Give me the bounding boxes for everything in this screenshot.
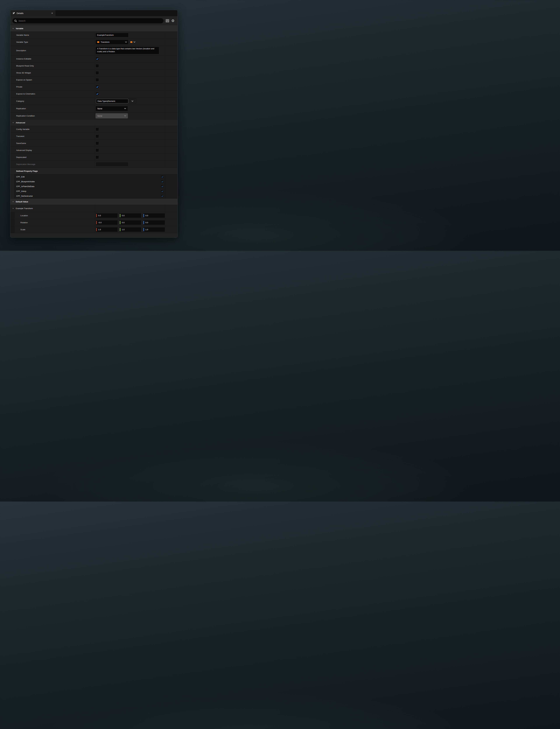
deprecation-message-field <box>96 162 128 167</box>
transient-label: Transient <box>10 133 95 140</box>
chevron-down-icon <box>134 42 135 43</box>
location-label: Location <box>10 212 95 219</box>
location-y-input[interactable] <box>119 214 141 217</box>
expose-on-spawn-label: Expose on Spawn <box>10 76 95 83</box>
location-z-field[interactable] <box>143 213 165 218</box>
check-icon <box>161 190 163 192</box>
container-type-dropdown[interactable] <box>130 41 135 43</box>
scale-y-input[interactable] <box>119 228 141 231</box>
blueprint-read-only-label: Blueprint Read Only <box>10 62 95 69</box>
search-icon <box>14 20 17 22</box>
deprecated-checkbox[interactable] <box>96 156 99 159</box>
flag-name: CPF_Interp <box>10 190 161 192</box>
blueprint-read-only-checkbox[interactable] <box>96 64 99 68</box>
location-z-input[interactable] <box>143 214 165 217</box>
replication-dropdown[interactable]: None <box>96 106 128 111</box>
row-expose-on-spawn: Expose on Spawn <box>10 76 177 83</box>
gear-icon: ⚙ <box>171 19 175 23</box>
show-3d-widget-checkbox[interactable] <box>96 71 99 75</box>
config-variable-checkbox[interactable] <box>96 128 99 131</box>
check-icon <box>161 181 163 183</box>
savegame-checkbox[interactable] <box>96 142 99 145</box>
private-checkbox[interactable] <box>96 85 99 89</box>
instance-editable-checkbox[interactable] <box>96 57 99 61</box>
row-advanced-display: Advanced Display <box>10 147 177 154</box>
collapse-arrow-icon: ▼ <box>12 201 14 203</box>
category-dropdown-button[interactable] <box>129 99 136 104</box>
rotation-y-input[interactable] <box>119 221 141 224</box>
section-header-variable[interactable]: ▼ Variable <box>10 25 177 32</box>
flag-name: CPF_NoDestructor <box>10 195 161 197</box>
flag-row: CPF_NoDestructor <box>10 194 177 199</box>
section-title: Advanced <box>16 122 25 124</box>
variable-type-dropdown[interactable]: Transform <box>96 40 128 44</box>
collapse-arrow-icon: ▼ <box>12 28 14 29</box>
settings-button[interactable]: ⚙ <box>171 19 175 23</box>
description-field[interactable]: A Transform is a data type that contains… <box>96 47 159 54</box>
row-private: Private <box>10 83 177 90</box>
row-location: Location <box>10 212 177 219</box>
variable-name-field[interactable] <box>96 33 128 37</box>
category-label: Category <box>10 97 95 105</box>
collapse-arrow-icon: ▼ <box>12 122 14 124</box>
flag-row: CPF_Interp <box>10 189 177 194</box>
advanced-display-checkbox[interactable] <box>96 149 99 152</box>
variable-type-value: Transform <box>101 41 124 43</box>
rotation-label: Rotation <box>10 219 95 226</box>
deprecated-label: Deprecated <box>10 154 95 161</box>
row-config-variable: Config Variable <box>10 126 177 133</box>
check-icon <box>96 86 98 88</box>
flag-name: CPF_BlueprintVisible <box>10 181 161 183</box>
savegame-label: SaveGame <box>10 140 95 147</box>
section-header-default-value[interactable]: ▼ Default Value <box>10 199 177 205</box>
location-y-field[interactable] <box>119 213 141 218</box>
row-show-3d-widget: Show 3D Widget <box>10 69 177 76</box>
container-type-swatch-icon <box>130 41 132 43</box>
rotation-z-input[interactable] <box>143 221 165 224</box>
scale-z-input[interactable] <box>143 228 165 231</box>
chevron-down-icon <box>124 108 126 109</box>
row-variable-name: Variable Name <box>10 32 177 39</box>
transient-checkbox[interactable] <box>96 135 99 138</box>
row-deprecated: Deprecated <box>10 154 177 161</box>
location-x-input[interactable] <box>96 214 118 217</box>
variable-name-label: Variable Name <box>10 32 95 39</box>
expose-on-spawn-checkbox[interactable] <box>96 78 99 82</box>
chevron-down-icon <box>132 101 133 102</box>
scale-x-input[interactable] <box>96 228 118 231</box>
rotation-z-field[interactable] <box>143 220 165 225</box>
scale-x-field[interactable] <box>96 227 118 232</box>
category-text[interactable]: Data Types|Numeric <box>96 99 128 103</box>
replication-condition-dropdown: None <box>96 113 128 118</box>
chevron-down-icon <box>125 42 127 43</box>
deprecation-message-label: Deprecation Message <box>10 161 95 168</box>
flag-name: CPF_IsPlainOldData <box>10 185 161 188</box>
display-options-button[interactable] <box>166 19 169 22</box>
scale-z-field[interactable] <box>143 227 165 232</box>
rotation-x-field[interactable] <box>96 220 118 225</box>
tab-details[interactable]: Details ✕ <box>10 10 56 16</box>
details-pencil-icon <box>12 12 15 15</box>
section-title: Default Value <box>16 201 28 203</box>
search-box <box>12 18 163 23</box>
scale-y-field[interactable] <box>119 227 141 232</box>
category-combobox[interactable]: Data Types|Numeric <box>96 98 136 104</box>
close-icon[interactable]: ✕ <box>51 12 54 15</box>
row-expose-to-cinematics: Expose to Cinematics <box>10 90 177 97</box>
section-header-advanced[interactable]: ▼ Advanced <box>10 120 177 126</box>
expose-to-cinematics-checkbox[interactable] <box>96 92 99 96</box>
check-icon <box>96 93 98 95</box>
rotation-y-field[interactable] <box>119 220 141 225</box>
flag-row: CPF_IsPlainOldData <box>10 184 177 189</box>
location-x-field[interactable] <box>96 213 118 218</box>
panel-footer <box>10 233 177 238</box>
search-input[interactable] <box>18 19 162 22</box>
flag-row: CPF_BlueprintVisible <box>10 179 177 184</box>
row-deprecation-message: Deprecation Message <box>10 161 177 168</box>
rotation-x-input[interactable] <box>96 221 118 224</box>
tab-bar: Details ✕ <box>10 10 177 16</box>
example-transform-header[interactable]: ▼ Example Transform <box>10 205 95 212</box>
flag-checkbox <box>161 195 164 198</box>
property-flags-list: CPF_Edit CPF_BlueprintVisible CPF_IsPlai… <box>10 174 177 199</box>
table-view-icon <box>166 19 169 22</box>
